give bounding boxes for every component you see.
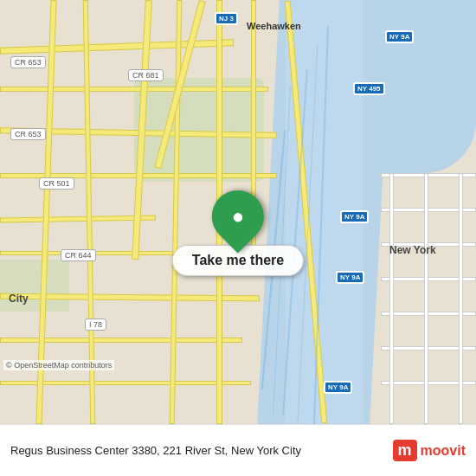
osm-credit: © OpenStreetMap contributors <box>3 360 114 370</box>
take-me-there-button[interactable]: ● Take me there <box>172 190 304 276</box>
map-container: CR 653 CR 681 CR 653 CR 501 CR 644 I 78 … <box>0 0 476 424</box>
highway-badge-ny9a-2: NY 9A <box>340 210 369 223</box>
highway-badge-nj3: NJ 3 <box>215 12 238 25</box>
highway-badge-ny9a-3: NY 9A <box>336 271 364 284</box>
moovit-text: moovit <box>421 443 466 459</box>
map-pin: ● <box>202 180 275 254</box>
moovit-m-icon: m <box>393 440 417 461</box>
route-badge-cr653-1: CR 653 <box>10 56 46 68</box>
moovit-logo: m moovit <box>393 440 466 461</box>
highway-badge-ny495: NY 495 <box>353 82 385 95</box>
address-text: Regus Business Center 3380, 221 River St… <box>10 444 393 457</box>
bottom-bar: Regus Business Center 3380, 221 River St… <box>0 424 476 476</box>
highway-badge-ny9a-4: NY 9A <box>324 381 352 394</box>
pin-icon: ● <box>232 204 245 228</box>
highway-badge-ny9a-1: NY 9A <box>385 30 414 43</box>
